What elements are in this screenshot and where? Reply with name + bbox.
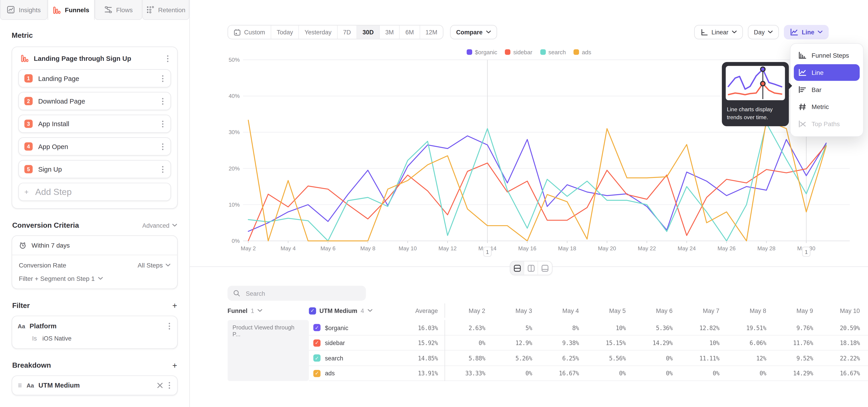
tooltip-text: Line charts display trends over time. — [726, 102, 785, 122]
search-input[interactable] — [245, 289, 360, 297]
kebab-menu-icon[interactable] — [160, 74, 165, 82]
series-name-cell: ✓ads — [309, 370, 399, 377]
series-checkbox[interactable]: ✓ — [313, 324, 320, 331]
kebab-menu-icon[interactable] — [165, 55, 170, 62]
funnel-selector[interactable]: Funnel 1 — [228, 307, 309, 314]
tab-label: Retention — [158, 6, 185, 13]
funnel-selector-label: Funnel — [228, 307, 248, 314]
chart-legend: $organicsidebarsearchads — [190, 49, 868, 55]
legend-item-search[interactable]: search — [540, 49, 566, 55]
table-row-ads[interactable]: ✓ads13.91%33.33%0%16.67%0%0%0%0%14.29%16… — [309, 366, 868, 381]
select-all-checkbox[interactable]: ✓ — [309, 307, 316, 314]
chart-type-menu: Funnel StepsLineBarMetricTop Paths — [790, 43, 864, 137]
y-axis-label: 20% — [228, 165, 240, 171]
kebab-menu-icon[interactable] — [160, 97, 165, 105]
chart-type-selector-button[interactable]: Line — [784, 25, 829, 39]
day-value: 6.06% — [726, 340, 773, 346]
conversion-criteria-heading: Conversion Criteria — [12, 221, 79, 229]
x-axis-label: May 6 — [320, 245, 336, 251]
menu-item-funnel-steps[interactable]: Funnel Steps — [794, 47, 860, 64]
bottom-panel-view-button[interactable] — [538, 261, 552, 275]
range-6m-button[interactable]: 6M — [400, 26, 420, 39]
metric-icon — [798, 103, 807, 111]
kebab-menu-icon[interactable] — [160, 143, 165, 150]
legend-item-organic[interactable]: $organic — [467, 49, 497, 55]
legend-item-ads[interactable]: ads — [574, 49, 591, 55]
conversion-window-row[interactable]: Within 7 days — [12, 236, 177, 255]
breakdown-card[interactable]: Aa UTM Medium — [11, 375, 178, 395]
scale-selector-button[interactable]: Linear — [694, 25, 743, 39]
filter-value[interactable]: iOS Native — [42, 335, 72, 342]
add-step-button[interactable]: + Add Step — [18, 183, 171, 201]
x-axis-label: May 22 — [638, 245, 656, 251]
funnel-step-sign-up[interactable]: 5Sign Up — [18, 160, 171, 179]
range-12m-button[interactable]: 12M — [420, 26, 443, 39]
tab-insights[interactable]: Insights — [0, 0, 47, 20]
series-checkbox[interactable]: ✓ — [313, 339, 320, 347]
granularity-selector-button[interactable]: Day — [748, 25, 779, 39]
table-row-sidebar[interactable]: ✓sidebar15.92%0%12.9%9.38%15.15%14.29%10… — [309, 335, 868, 350]
column-header-may-7: May 7 — [679, 307, 726, 314]
table-row-search[interactable]: ✓search14.85%5.88%5.26%6.25%5.56%0%11.11… — [309, 350, 868, 366]
chevron-down-icon — [817, 31, 823, 34]
filter-card[interactable]: Aa Platform Is iOS Native — [11, 316, 178, 349]
menu-item-bar[interactable]: Bar — [794, 82, 860, 98]
kebab-menu-icon[interactable] — [160, 165, 165, 173]
compare-button[interactable]: Compare — [450, 25, 497, 39]
add-breakdown-button[interactable]: + — [172, 361, 177, 370]
day-value: 20.59% — [819, 324, 866, 331]
split-horizontal-view-button[interactable] — [510, 261, 524, 275]
chevron-down-icon — [257, 309, 262, 312]
remove-breakdown-icon[interactable] — [157, 383, 163, 388]
group-count: 4 — [361, 307, 364, 314]
kebab-menu-icon[interactable] — [160, 120, 165, 128]
kebab-menu-icon[interactable] — [167, 381, 172, 389]
advanced-toggle[interactable]: Advanced — [143, 222, 177, 228]
metric-card-header[interactable]: Landing Page through Sign Up — [18, 53, 171, 69]
menu-item-line[interactable]: Line — [794, 64, 860, 81]
legend-label: ads — [582, 49, 591, 55]
day-value: 16.67% — [819, 370, 866, 377]
annotation-badge[interactable]: 1 — [802, 247, 810, 256]
menu-item-metric[interactable]: Metric — [794, 99, 860, 115]
range-3m-button[interactable]: 3M — [380, 26, 400, 39]
tab-retention[interactable]: Retention — [142, 0, 189, 20]
string-type-icon: Aa — [18, 323, 25, 330]
split-vertical-view-button[interactable] — [524, 261, 538, 275]
day-value: 19.51% — [726, 324, 773, 331]
series-checkbox[interactable]: ✓ — [313, 354, 320, 362]
step-number-badge: 5 — [24, 165, 33, 174]
y-axis-label: 50% — [228, 57, 240, 63]
range-30d-button[interactable]: 30D — [357, 26, 380, 39]
y-axis-label: 40% — [228, 93, 240, 99]
add-filter-button[interactable]: + — [172, 301, 177, 310]
day-value: 9.38% — [539, 340, 585, 346]
step-number-badge: 4 — [24, 142, 33, 151]
series-checkbox[interactable]: ✓ — [313, 370, 320, 377]
annotation-badge-label: 1 — [486, 249, 489, 255]
funnel-step-app-open[interactable]: 4App Open — [18, 137, 171, 156]
funnel-count: 1 — [251, 307, 254, 314]
funnel-row-group-label[interactable]: Product Viewed through P... — [228, 320, 309, 381]
funnel-step-landing-page[interactable]: 1Landing Page — [18, 69, 171, 88]
legend-label: search — [548, 49, 566, 55]
range-custom-button[interactable]: Custom — [228, 26, 271, 39]
annotation-badge[interactable]: 1 — [484, 247, 491, 256]
table-row-organic[interactable]: ✓$organic16.03%2.63%5%8%10%5.36%12.82%19… — [309, 320, 868, 335]
range-7d-button[interactable]: 7D — [338, 26, 357, 39]
kebab-menu-icon[interactable] — [167, 322, 172, 330]
tab-funnels[interactable]: Funnels — [47, 0, 94, 20]
filter-operator[interactable]: Is — [32, 335, 37, 342]
funnel-step-app-install[interactable]: 3App Install — [18, 115, 171, 133]
group-column-selector[interactable]: ✓ UTM Medium 4 — [309, 307, 399, 314]
tab-flows[interactable]: Flows — [95, 0, 142, 20]
conversion-rate-selector[interactable]: All Steps — [138, 262, 170, 269]
legend-item-sidebar[interactable]: sidebar — [505, 49, 532, 55]
drag-handle-icon[interactable] — [18, 383, 22, 388]
filter-segment-toggle[interactable]: Filter + Segment on Step 1 — [12, 272, 177, 288]
range-yesterday-button[interactable]: Yesterday — [299, 26, 338, 39]
range-today-button[interactable]: Today — [271, 26, 299, 39]
day-value: 5% — [492, 324, 539, 331]
column-header-average: Average — [399, 304, 445, 318]
funnel-step-download-page[interactable]: 2Download Page — [18, 92, 171, 111]
